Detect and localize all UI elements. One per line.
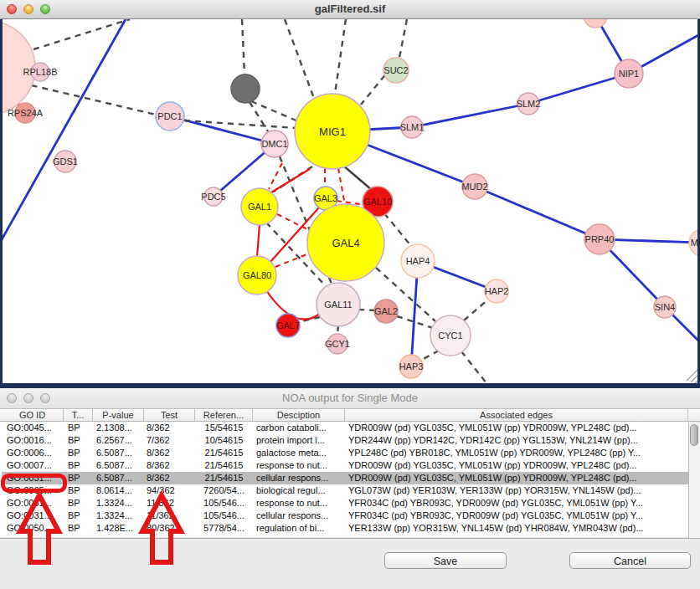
table-cell-reference[interactable]: 105/546... bbox=[195, 497, 253, 510]
table-cell-test[interactable]: 8/362 bbox=[144, 459, 195, 472]
table-row[interactable]: GO:0050...BP1.428E...80/3625778/54...reg… bbox=[2, 522, 688, 535]
table-cell-edges[interactable]: YDR009W (pd) YGL035C, YML051W (pp) YDR00… bbox=[345, 459, 688, 472]
table-cell-test[interactable]: 94/362 bbox=[144, 484, 195, 497]
save-button[interactable]: Save bbox=[384, 552, 507, 569]
table-cell-type[interactable]: BP bbox=[64, 522, 93, 535]
noa-window-titlebar[interactable]: NOA output for Single Mode bbox=[0, 388, 700, 409]
table-cell-p_value[interactable]: 1.3324... bbox=[93, 497, 144, 510]
table-cell-test[interactable]: 8/362 bbox=[144, 472, 195, 484]
table-body: GO:0045...BP2.1308...8/36215/54615carbon… bbox=[0, 422, 688, 537]
node-label-MUD2: MUD2 bbox=[461, 182, 487, 192]
column-header-p-value[interactable]: P-value bbox=[93, 409, 144, 421]
table-cell-reference[interactable]: 15/54615 bbox=[195, 422, 253, 434]
table-cell-type[interactable]: BP bbox=[64, 459, 93, 472]
column-header-go-id[interactable]: GO ID bbox=[2, 409, 64, 421]
table-cell-go_id[interactable]: GO:0031... bbox=[2, 472, 64, 484]
table-cell-type[interactable]: BP bbox=[64, 472, 93, 484]
screen: { "network_window": { "title": "galFilte… bbox=[0, 0, 700, 589]
table-cell-go_id[interactable]: GO:0007... bbox=[2, 459, 64, 472]
cancel-button[interactable]: Cancel bbox=[569, 552, 691, 569]
table-cell-description[interactable]: response to nut... bbox=[253, 459, 345, 472]
column-header-test[interactable]: Test bbox=[144, 409, 195, 421]
table-row[interactable]: GO:0016...BP6.2567...7/36210/54615protei… bbox=[2, 434, 688, 447]
table-cell-edges[interactable]: YDR009W (pd) YGL035C, YML051W (pp) YDR00… bbox=[345, 422, 688, 434]
table-cell-test[interactable]: 11/362 bbox=[144, 497, 195, 510]
table-cell-edges[interactable]: YDR244W (pp) YDR142C, YDR142C (pp) YGL15… bbox=[345, 434, 688, 447]
table-cell-reference[interactable]: 5778/54... bbox=[195, 522, 253, 535]
table-cell-edges[interactable]: YER133W (pp) YOR315W, YNL145W (pd) YHR08… bbox=[345, 522, 688, 535]
table-cell-reference[interactable]: 7260/54... bbox=[195, 484, 253, 497]
table-cell-go_id[interactable]: GO:0016... bbox=[2, 434, 64, 447]
table-cell-go_id[interactable]: GO:0045... bbox=[2, 422, 64, 434]
node-label-PRP40: PRP40 bbox=[585, 234, 615, 244]
table-cell-description[interactable]: response to nut... bbox=[253, 497, 345, 510]
table-row[interactable]: GO:0031...BP1.3324...11/362105/546...res… bbox=[2, 497, 688, 510]
table-cell-reference[interactable]: 21/54615 bbox=[195, 472, 253, 484]
node-label-NIP1: NIP1 bbox=[619, 69, 639, 79]
table-cell-description[interactable]: protein import i... bbox=[253, 434, 345, 447]
table-cell-p_value[interactable]: 6.5087... bbox=[93, 447, 144, 459]
noa-footer: Save Cancel bbox=[0, 538, 700, 589]
table-row[interactable]: GO:0065...BP8.0614...94/3627260/54...bio… bbox=[2, 484, 688, 497]
column-header-referen[interactable]: Referen... bbox=[195, 409, 253, 421]
table-cell-edges[interactable]: YFR034C (pd) YBR093C, YDR009W (pd) YGL03… bbox=[345, 497, 688, 510]
table-cell-reference[interactable]: 105/546... bbox=[195, 510, 253, 522]
node-label-PDC1: PDC1 bbox=[157, 111, 182, 121]
table-cell-description[interactable]: biological regul... bbox=[253, 484, 345, 497]
column-header-desciption[interactable]: Desciption bbox=[253, 409, 345, 421]
table-cell-type[interactable]: BP bbox=[64, 510, 93, 522]
node-label-GAL3: GAL3 bbox=[314, 193, 337, 203]
network-window-titlebar[interactable]: galFiltered.sif bbox=[0, 0, 700, 19]
table-cell-go_id[interactable]: GO:0031... bbox=[2, 510, 64, 522]
node-label-HAP3: HAP3 bbox=[399, 361, 424, 371]
table-row[interactable]: GO:0007...BP6.5087...8/36221/54615respon… bbox=[2, 459, 688, 472]
node-unnamed-gray[interactable] bbox=[231, 74, 260, 103]
table-cell-reference[interactable]: 10/54615 bbox=[195, 434, 253, 447]
table-cell-go_id[interactable]: GO:0031... bbox=[2, 497, 64, 510]
table-row[interactable]: GO:0006...BP6.5087...8/36221/54615galact… bbox=[2, 447, 688, 459]
table-cell-p_value[interactable]: 1.3324... bbox=[93, 510, 144, 522]
table-cell-test[interactable]: 80/362 bbox=[144, 522, 195, 535]
table-cell-edges[interactable]: YDR009W (pd) YGL035C, YML051W (pp) YDR00… bbox=[345, 472, 688, 484]
table-cell-test[interactable]: 7/362 bbox=[144, 434, 195, 447]
table-cell-edges[interactable]: YFR034C (pd) YBR093C, YDR009W (pd) YGL03… bbox=[345, 510, 688, 522]
table-cell-p_value[interactable]: 8.0614... bbox=[93, 484, 144, 497]
table-cell-edges[interactable]: YPL248C (pd) YBR018C, YML051W (pp) YDR00… bbox=[345, 447, 688, 459]
table-cell-type[interactable]: BP bbox=[64, 497, 93, 510]
table-cell-go_id[interactable]: GO:0006... bbox=[2, 447, 64, 459]
table-cell-reference[interactable]: 21/54615 bbox=[195, 447, 253, 459]
table-cell-type[interactable]: BP bbox=[64, 447, 93, 459]
table-cell-p_value[interactable]: 2.1308... bbox=[93, 422, 144, 434]
table-cell-description[interactable]: galactose meta... bbox=[253, 447, 345, 459]
table-row-selected[interactable]: GO:0031...BP6.5087...8/36221/54615cellul… bbox=[2, 472, 688, 484]
table-cell-type[interactable]: BP bbox=[64, 422, 93, 434]
noa-output-window: NOA output for Single Mode GO IDT...P-va… bbox=[0, 388, 700, 589]
table-cell-description[interactable]: carbon cataboli... bbox=[253, 422, 345, 434]
table-cell-test[interactable]: 11/362 bbox=[144, 510, 195, 522]
table-cell-description[interactable]: cellular respons... bbox=[253, 510, 345, 522]
node-label-GAL2: GAL2 bbox=[374, 306, 398, 316]
table-row[interactable]: GO:0031...BP1.3324...11/362105/546...cel… bbox=[2, 510, 688, 522]
network-window-title: galFiltered.sif bbox=[0, 3, 700, 15]
vertical-scrollbar[interactable] bbox=[688, 423, 700, 551]
table-cell-reference[interactable]: 21/54615 bbox=[195, 459, 253, 472]
table-row[interactable]: GO:0045...BP2.1308...8/36215/54615carbon… bbox=[2, 422, 688, 434]
scrollbar-thumb[interactable] bbox=[690, 424, 698, 446]
table-cell-description[interactable]: regulation of bi... bbox=[253, 522, 345, 535]
table-cell-test[interactable]: 8/362 bbox=[144, 447, 195, 459]
table-cell-type[interactable]: BP bbox=[64, 484, 93, 497]
column-header-t[interactable]: T... bbox=[64, 409, 93, 421]
table-cell-p_value[interactable]: 6.5087... bbox=[93, 472, 144, 484]
table-cell-p_value[interactable]: 6.2567... bbox=[93, 434, 144, 447]
table-cell-edges[interactable]: YGL073W (pd) YER103W, YER133W (pp) YOR31… bbox=[345, 484, 688, 497]
table-cell-test[interactable]: 8/362 bbox=[144, 422, 195, 434]
node-label-SUC2: SUC2 bbox=[383, 65, 408, 75]
table-cell-description[interactable]: cellular respons... bbox=[253, 472, 345, 484]
table-cell-go_id[interactable]: GO:0050... bbox=[2, 522, 64, 535]
column-header-associated-edges[interactable]: Associated edges bbox=[345, 409, 688, 421]
table-cell-go_id[interactable]: GO:0065... bbox=[2, 484, 64, 497]
table-cell-p_value[interactable]: 6.5087... bbox=[93, 459, 144, 472]
table-cell-p_value[interactable]: 1.428E... bbox=[93, 522, 144, 535]
network-canvas[interactable]: RPL18BRPS24AGDS1PDC1DMC1SUC2SLM1SLM2NIP1… bbox=[0, 19, 700, 388]
table-cell-type[interactable]: BP bbox=[64, 434, 93, 447]
